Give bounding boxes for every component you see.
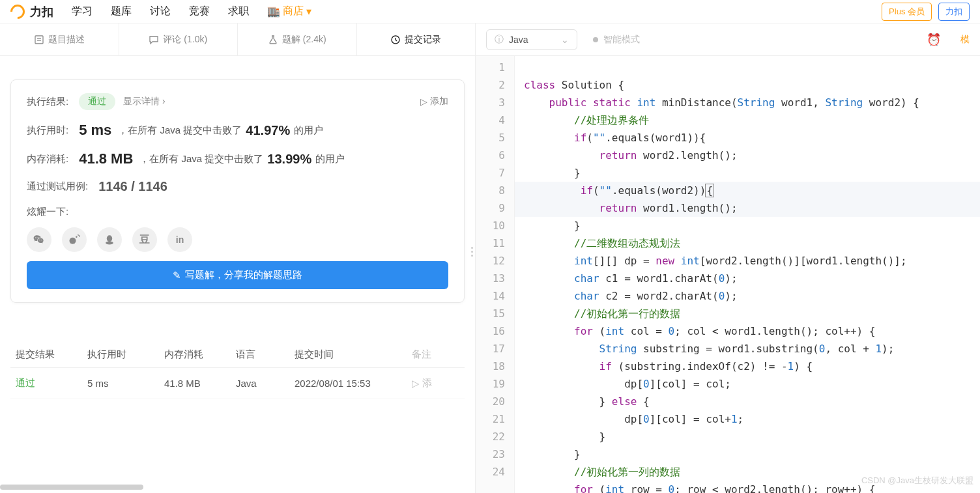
line-gutter: 123456789101112131415161718192021222324 (476, 56, 515, 493)
cases-value: 1146 / 1146 (98, 179, 167, 194)
code-content[interactable]: class Solution { public static int minDi… (515, 56, 980, 493)
nav-problems[interactable]: 题库 (111, 5, 132, 18)
wechat-icon[interactable] (27, 227, 51, 252)
tab-comments[interactable]: 评论 (1.0k) (119, 23, 238, 55)
info-icon: ⓘ (495, 34, 504, 46)
nav-store[interactable]: 🏬 商店 ▾ (267, 5, 311, 18)
weibo-icon[interactable] (62, 227, 87, 252)
mem-value: 41.8 MB (79, 150, 133, 167)
tab-submissions[interactable]: 提交记录 (357, 23, 476, 55)
th-note: 备注 (412, 348, 459, 361)
share-label: 炫耀一下: (27, 206, 68, 218)
problem-tabs: 题目描述 评论 (1.0k) 题解 (2.4k) 提交记录 (0, 23, 475, 56)
action-button[interactable]: 力扣 (938, 3, 970, 21)
status-badge: 通过 (79, 93, 115, 110)
svg-rect-0 (35, 36, 43, 44)
time-percent: 41.97% (246, 123, 290, 138)
splitter-handle[interactable] (471, 247, 473, 257)
smart-mode-toggle[interactable]: 智能模式 (593, 34, 640, 46)
mem-percent: 13.99% (267, 152, 311, 167)
brand[interactable]: 力扣 (30, 4, 53, 20)
nav-contest[interactable]: 竞赛 (189, 5, 210, 18)
language-select[interactable]: ⓘ Java ⌄ (486, 29, 577, 50)
comment-icon (149, 35, 159, 45)
left-panel: 题目描述 评论 (1.0k) 题解 (2.4k) 提交记录 执行结果: 通过 显… (0, 23, 476, 493)
horizontal-scrollbar[interactable] (0, 484, 235, 490)
submissions-table: 提交结果 执行用时 内存消耗 语言 提交时间 备注 通过 5 ms 41.8 M… (10, 342, 465, 399)
nav-jobs[interactable]: 求职 (228, 5, 249, 18)
code-panel: ⓘ Java ⌄ 智能模式 ⏰ 模 1234567891011121314151… (476, 23, 980, 493)
flask-icon (268, 35, 278, 45)
top-nav: 力扣 学习 题库 讨论 竞赛 求职 🏬 商店 ▾ Plus 会员 力扣 (0, 0, 980, 23)
store-icon: 🏬 (267, 5, 280, 18)
flag-icon: ▷ (412, 378, 420, 389)
flag-icon: ▷ (420, 96, 427, 107)
code-editor[interactable]: 123456789101112131415161718192021222324 … (476, 56, 980, 493)
nav-learn[interactable]: 学习 (72, 5, 93, 18)
th-date: 提交时间 (295, 348, 412, 361)
nav-discuss[interactable]: 讨论 (150, 5, 171, 18)
logo-icon (7, 1, 27, 21)
svg-point-4 (70, 238, 76, 244)
svg-point-7 (106, 242, 113, 245)
description-icon (34, 35, 44, 45)
th-result: 提交结果 (16, 348, 87, 361)
editor-toolbar: ⓘ Java ⌄ 智能模式 ⏰ 模 (476, 23, 980, 56)
detail-link[interactable]: 显示详情 › (123, 96, 166, 107)
table-row[interactable]: 通过 5 ms 41.8 MB Java 2022/08/01 15:53 ▷添 (10, 368, 465, 399)
th-time: 执行用时 (87, 348, 164, 361)
time-label: 执行用时: (27, 124, 68, 137)
clock-icon (390, 35, 401, 45)
add-note-button[interactable]: ▷ 添加 (420, 96, 448, 107)
mode-label[interactable]: 模 (960, 34, 970, 46)
svg-point-6 (107, 235, 112, 242)
tab-solutions[interactable]: 题解 (2.4k) (238, 23, 357, 55)
qq-icon[interactable] (97, 227, 122, 252)
plus-button[interactable]: Plus 会员 (882, 3, 932, 21)
result-label: 执行结果: (27, 96, 68, 108)
pen-icon: ✎ (173, 270, 181, 281)
chevron-down-icon: ▾ (306, 5, 311, 18)
alarm-icon[interactable]: ⏰ (927, 33, 941, 47)
tab-description[interactable]: 题目描述 (0, 23, 119, 55)
time-value: 5 ms (79, 122, 111, 139)
result-card: 执行结果: 通过 显示详情 › ▷ 添加 执行用时: 5 ms ，在所有 Jav… (10, 79, 465, 303)
mem-label: 内存消耗: (27, 153, 68, 165)
watermark: CSDN @Java生枝研发大联盟 (861, 472, 973, 489)
cases-label: 通过测试用例: (27, 180, 88, 193)
douban-icon[interactable]: 豆 (132, 227, 157, 252)
linkedin-icon[interactable]: in (167, 227, 192, 252)
svg-point-5 (76, 236, 78, 238)
dot-icon (593, 37, 598, 42)
write-solution-button[interactable]: ✎ 写题解，分享我的解题思路 (27, 261, 448, 289)
th-lang: 语言 (236, 348, 295, 361)
th-mem: 内存消耗 (164, 348, 236, 361)
chevron-down-icon: ⌄ (561, 35, 569, 45)
